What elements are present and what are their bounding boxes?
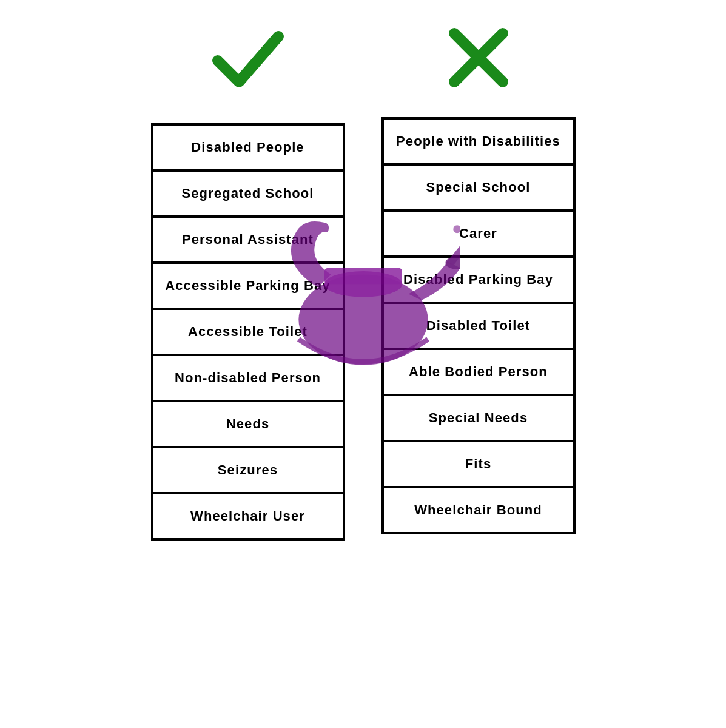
correct-column: Disabled People Segregated School Person… (151, 24, 345, 538)
incorrect-term-4: Disabled Parking Bay (381, 255, 576, 304)
incorrect-term-1: People with Disabilities (381, 117, 576, 166)
incorrect-term-9: Wheelchair Bound (381, 486, 576, 534)
correct-term-9: Wheelchair User (151, 492, 345, 541)
incorrect-term-6: Able Bodied Person (381, 348, 576, 396)
correct-term-6: Non-disabled Person (151, 354, 345, 402)
page-container: Disabled People Segregated School Person… (0, 24, 726, 538)
incorrect-term-7: Special Needs (381, 394, 576, 442)
columns-wrapper: Disabled People Segregated School Person… (151, 24, 576, 538)
incorrect-term-5: Disabled Toilet (381, 302, 576, 350)
checkmark-icon (212, 24, 284, 105)
correct-term-7: Needs (151, 400, 345, 448)
correct-term-5: Accessible Toilet (151, 308, 345, 356)
correct-term-8: Seizures (151, 446, 345, 494)
x-mark-icon (445, 24, 512, 99)
correct-term-2: Segregated School (151, 169, 345, 218)
correct-term-1: Disabled People (151, 123, 345, 172)
correct-term-4: Accessible Parking Bay (151, 261, 345, 310)
correct-term-3: Personal Assistant (151, 215, 345, 264)
incorrect-column: People with Disabilities Special School … (381, 24, 576, 532)
incorrect-term-8: Fits (381, 440, 576, 488)
incorrect-term-2: Special School (381, 163, 576, 212)
incorrect-term-3: Carer (381, 209, 576, 258)
